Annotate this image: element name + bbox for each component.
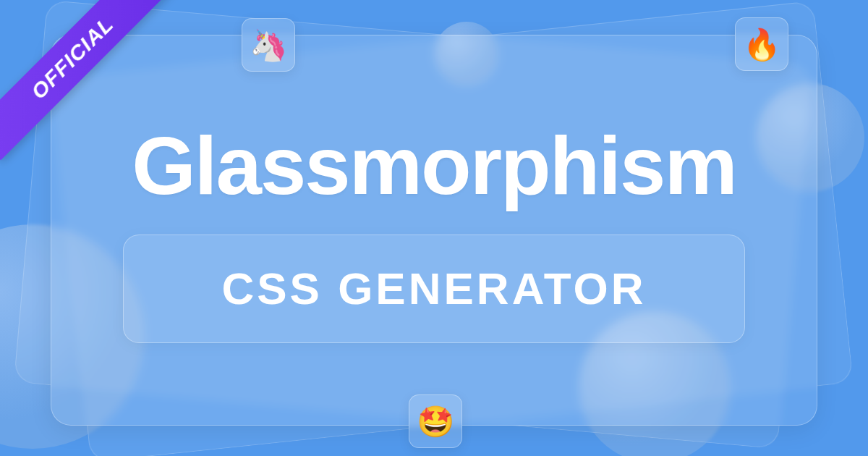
subtitle-glass-box: CSS GENERATOR bbox=[123, 235, 745, 343]
page-subtitle: CSS GENERATOR bbox=[221, 263, 646, 314]
starstruck-icon: 🤩 bbox=[417, 404, 454, 439]
starstruck-emoji-chip: 🤩 bbox=[409, 394, 462, 448]
fire-icon: 🔥 bbox=[743, 27, 780, 62]
main-glass-card: Glassmorphism CSS GENERATOR bbox=[51, 35, 817, 426]
fire-emoji-chip: 🔥 bbox=[735, 17, 788, 71]
unicorn-icon: 🦄 bbox=[250, 28, 287, 63]
unicorn-emoji-chip: 🦄 bbox=[242, 18, 295, 72]
page-title: Glassmorphism bbox=[132, 118, 736, 213]
